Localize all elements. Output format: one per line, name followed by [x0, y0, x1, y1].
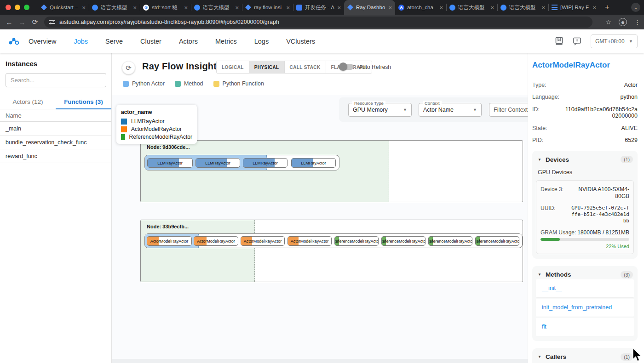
browser-tab[interactable]: 开发任务 - A× [293, 0, 344, 15]
uuid-row: UUID:GPU-7925e5ef-072c-fffe-b51c-4e3c482… [540, 205, 629, 224]
tab-search-chevron-icon[interactable]: ⌄ [631, 3, 640, 12]
horizontal-scrollbar[interactable] [112, 359, 528, 363]
callers-section-header[interactable]: ▼ Callers (1) [536, 352, 634, 361]
window-zoom-button[interactable] [24, 5, 29, 10]
browser-tab[interactable]: 语言大模型× [191, 0, 242, 15]
url-text[interactable]: aistudio.alipay.com/proxy/rayjob/aistudi… [59, 19, 279, 25]
actor-box-llmrayactor[interactable]: LLMRayActor [243, 158, 288, 168]
list-item-main[interactable]: _main [0, 122, 111, 136]
collapse-triangle-icon[interactable]: ▼ [538, 355, 541, 359]
method-link-fit[interactable]: fit [536, 318, 634, 336]
actor-box-referencemodelrayactor[interactable]: ReferenceModelRayActor [428, 236, 472, 246]
method-link-init[interactable]: __init__ [536, 279, 634, 298]
ray-logo-icon [7, 35, 20, 48]
feedback-icon[interactable] [573, 37, 581, 45]
docs-book-icon[interactable] [555, 37, 564, 45]
window-close-button[interactable] [6, 5, 11, 10]
count-badge: (1) [621, 353, 633, 361]
actor-box-llmrayactor[interactable]: LLMRayActor [196, 158, 240, 168]
actor-box-referencemodelrayactor[interactable]: ReferenceModelRayActor [381, 236, 426, 246]
nav-link-vclusters[interactable]: VClusters [286, 38, 315, 45]
forward-icon[interactable]: → [16, 18, 29, 26]
method-link-init-model-from-pretrained[interactable]: init_model_from_pretrained [536, 299, 634, 317]
view-mode-logical[interactable]: LOGICAL [217, 61, 249, 73]
bookmark-star-icon[interactable]: ☆ [605, 18, 611, 26]
refresh-button[interactable]: ⟳ [122, 61, 135, 74]
tab-actors[interactable]: Actors (12) [0, 94, 56, 109]
browser-tab[interactable]: 语言大模型× [446, 0, 497, 15]
legend-item-method: Method [175, 80, 203, 87]
tab-close-icon[interactable]: × [235, 5, 239, 11]
browser-tab[interactable]: [WIP] Ray F× [548, 0, 599, 15]
reload-icon[interactable]: ⟳ [29, 18, 41, 26]
resource-type-select[interactable]: Resource Type GPU Memory ▼ [348, 103, 412, 117]
actor-box-referencemodelrayactor[interactable]: ReferenceModelRayActor [334, 236, 379, 246]
devices-section-header[interactable]: ▼ Devices (1) [536, 155, 634, 163]
actor-box-actormodelrayactor-selected[interactable]: ActorModelRayActor [147, 236, 192, 246]
new-tab-button[interactable]: + [605, 3, 610, 12]
tab-close-icon[interactable]: × [541, 5, 545, 11]
browser-tab[interactable]: 语言大模型× [89, 0, 140, 15]
actor-box-actormodelrayactor[interactable]: ActorModelRayActor [194, 236, 238, 246]
nav-link-logs[interactable]: Logs [254, 38, 269, 45]
list-item-reward-func[interactable]: reward_func [0, 149, 111, 163]
auto-refresh-toggle[interactable] [340, 64, 354, 70]
browser-tab[interactable]: Gstd::sort 稳× [140, 0, 191, 15]
tab-title: 语言大模型 [203, 4, 232, 11]
uuid-value: GPU-7925e5ef-072c-fffe-b51c-4e3c482e1dbb [569, 205, 629, 224]
view-mode-physical[interactable]: PHYSICAL [249, 61, 285, 73]
view-mode-call-stack[interactable]: CALL STACK [285, 61, 326, 73]
tab-close-icon[interactable]: × [286, 5, 290, 11]
search-input[interactable] [6, 73, 106, 87]
tab-close-icon[interactable]: × [337, 5, 341, 11]
actor-box-actormodelrayactor[interactable]: ActorModelRayActor [288, 236, 332, 246]
browser-tab[interactable]: Aatorch_cha× [395, 0, 446, 15]
tab-close-icon[interactable]: × [133, 5, 137, 11]
list-item-bundle-reservation-check-func[interactable]: bundle_reservation_check_func [0, 136, 111, 149]
browser-menu-icon[interactable]: ⋮ [634, 19, 640, 26]
tab-close-icon[interactable]: × [82, 5, 86, 11]
tab-functions[interactable]: Functions (3) [56, 94, 111, 109]
nav-link-jobs[interactable]: Jobs [74, 38, 88, 45]
cluster-node-9d306cde[interactable]: Node: 9d306cde... LLMRayActor LLMRayActo… [140, 140, 523, 202]
site-settings-icon[interactable] [49, 20, 55, 24]
methods-section-header[interactable]: ▼ Methods (3) [536, 270, 634, 278]
info-value: ALIVE [621, 125, 638, 131]
nav-link-metrics[interactable]: Metrics [215, 38, 237, 45]
browser-tab[interactable]: 语言大模型× [497, 0, 548, 15]
tab-close-icon[interactable]: × [388, 5, 392, 11]
browser-tab[interactable]: Quickstart –× [38, 0, 89, 15]
cluster-node-33b9ecfb[interactable]: Node: 33b9ecfb... ActorModelRayActor Act… [140, 220, 523, 282]
nav-link-actors[interactable]: Actors [179, 38, 198, 45]
window-controls [0, 5, 35, 10]
actor-box-llmrayactor[interactable]: LLMRayActor [147, 158, 193, 168]
browser-tab-active[interactable]: Ray Dashbo× [344, 0, 395, 15]
tab-title: 开发任务 - A [305, 4, 334, 11]
tab-close-icon[interactable]: × [592, 5, 596, 11]
nav-link-cluster[interactable]: Cluster [140, 38, 161, 45]
filter-context-value-input[interactable] [489, 103, 528, 117]
nav-link-overview[interactable]: Overview [29, 38, 56, 45]
timezone-select[interactable]: GMT+08:00 ▼ [591, 34, 638, 48]
info-value: Actor [624, 82, 638, 88]
llm-favicon [500, 5, 506, 11]
actor-box-actormodelrayactor[interactable]: ActorModelRayActor [241, 236, 285, 246]
window-minimize-button[interactable] [15, 5, 20, 10]
nav-link-serve[interactable]: Serve [105, 38, 123, 45]
legend-item-python-actor: Python Actor [123, 80, 165, 87]
device-value: NVIDIA A100-SXM4-80GB [569, 186, 629, 200]
tab-close-icon[interactable]: × [439, 5, 443, 11]
gpu-device-card: Device 3:NVIDIA A100-SXM4-80GB UUID:GPU-… [536, 180, 634, 254]
resource-type-label: Resource Type [352, 101, 385, 106]
address-bar[interactable]: aistudio.alipay.com/proxy/rayjob/aistudi… [44, 17, 592, 28]
back-icon[interactable]: ← [3, 18, 16, 26]
actor-box-llmrayactor[interactable]: LLMRayActor [291, 158, 336, 168]
context-select[interactable]: Context Actor Name ▼ [419, 103, 482, 117]
browser-tab[interactable]: ray flow insi× [242, 0, 293, 15]
collapse-triangle-icon[interactable]: ▼ [538, 272, 541, 277]
tab-close-icon[interactable]: × [490, 5, 494, 11]
collapse-triangle-icon[interactable]: ▼ [538, 158, 541, 162]
actor-box-referencemodelrayactor[interactable]: ReferenceModelRayActor [475, 236, 519, 246]
profile-avatar-icon[interactable]: ☻ [619, 18, 627, 26]
tab-close-icon[interactable]: × [184, 5, 188, 11]
